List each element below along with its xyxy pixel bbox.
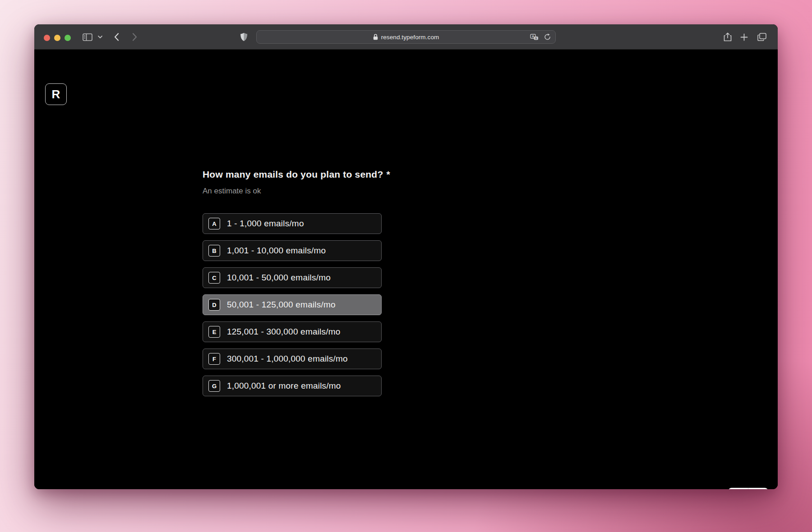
option-label: 1,001 - 10,000 emails/mo [227,246,326,256]
option-key-badge: G [208,380,220,392]
option-key-badge: A [208,218,220,229]
question-title: How many emails do you plan to send?* [203,169,518,180]
share-icon[interactable] [721,24,734,50]
address-bar[interactable]: resend.typeform.com A S [256,30,556,44]
address-bar-actions: A S [530,31,551,43]
reload-icon[interactable] [544,33,551,41]
lock-icon [373,34,378,40]
required-asterisk: * [386,169,390,179]
svg-text:S: S [535,37,537,39]
option-row-D[interactable]: D 50,001 - 125,000 emails/mo [203,294,382,315]
option-row-B[interactable]: B 1,001 - 10,000 emails/mo [203,240,382,261]
option-key-badge: B [208,245,220,257]
url-text: resend.typeform.com [381,34,439,41]
minimize-window-button[interactable] [54,35,60,41]
resend-logo: R [45,83,67,105]
sidebar-icon[interactable] [81,24,94,50]
next-question-button[interactable] [748,488,768,489]
option-row-E[interactable]: E 125,001 - 300,000 emails/mo [203,321,382,342]
question-subtitle: An estimate is ok [203,187,518,196]
page-content: R How many emails do you plan to send?* … [34,50,778,489]
forward-icon [128,24,141,50]
option-label: 1,000,001 or more emails/mo [227,381,341,391]
option-key-badge: F [208,353,220,365]
question-block: How many emails do you plan to send?* An… [203,169,518,196]
browser-toolbar: resend.typeform.com A S [34,24,778,50]
close-window-button[interactable] [44,35,50,41]
question-title-text: How many emails do you plan to send? [203,169,383,179]
back-icon[interactable] [110,24,123,50]
new-tab-icon[interactable] [738,24,750,50]
option-key-badge: D [208,299,220,311]
option-row-A[interactable]: A 1 - 1,000 emails/mo [203,213,382,234]
option-label: 10,001 - 50,000 emails/mo [227,273,331,283]
svg-text:A: A [532,35,534,38]
option-key-badge: C [208,272,220,284]
form-nav-buttons [728,488,768,489]
previous-question-button[interactable] [728,488,748,489]
chevron-down-icon[interactable] [96,24,105,50]
zoom-window-button[interactable] [65,35,71,41]
option-row-C[interactable]: C 10,001 - 50,000 emails/mo [203,267,382,288]
option-label: 125,001 - 300,000 emails/mo [227,327,341,337]
option-key-badge: E [208,326,220,338]
address-bar-center: resend.typeform.com [373,34,439,41]
option-row-G[interactable]: G 1,000,001 or more emails/mo [203,376,382,396]
shield-icon[interactable] [237,24,250,50]
option-label: 300,001 - 1,000,000 emails/mo [227,354,348,364]
option-label: 1 - 1,000 emails/mo [227,219,304,229]
tab-overview-icon[interactable] [755,24,769,50]
browser-window: resend.typeform.com A S [34,24,778,489]
desktop: { "browser": { "url": "resend.typeform.c… [0,0,812,532]
option-label: 50,001 - 125,000 emails/mo [227,300,336,310]
option-row-F[interactable]: F 300,001 - 1,000,000 emails/mo [203,349,382,369]
options-list: A 1 - 1,000 emails/mo B 1,001 - 10,000 e… [203,213,382,396]
translate-icon[interactable]: A S [530,34,539,41]
